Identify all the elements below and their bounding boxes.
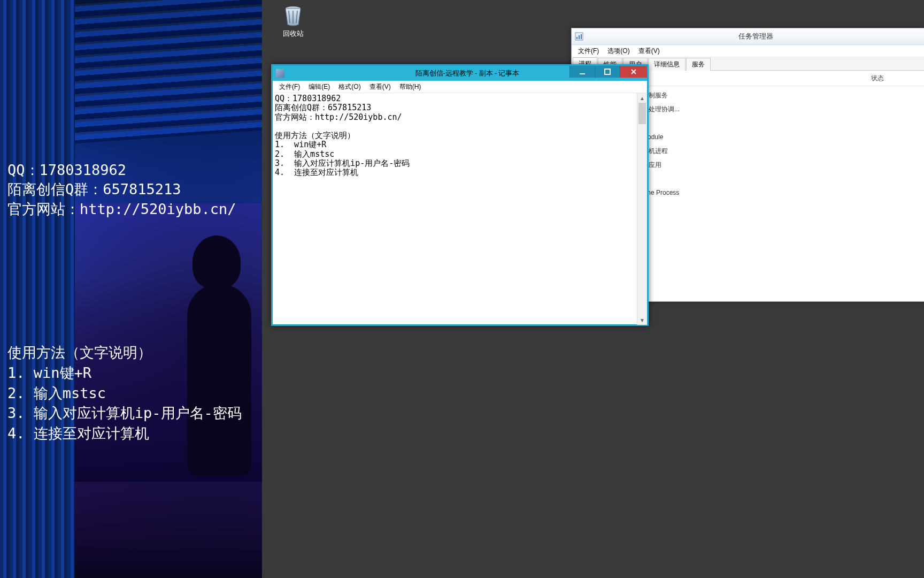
- svg-rect-2: [576, 37, 578, 39]
- overlay-line: 官方网站：http://520iybb.cn/: [7, 200, 253, 219]
- taskmgr-menu-1[interactable]: 选项(O): [603, 45, 634, 57]
- svg-rect-3: [579, 35, 580, 39]
- taskmgr-tab-3[interactable]: 详细信息: [648, 58, 686, 71]
- notepad-icon: [276, 69, 284, 78]
- taskmgr-icon: [575, 32, 583, 41]
- taskmgr-title: 任务管理器: [587, 32, 924, 41]
- overlay-line: 4. 连接至对应计算机: [7, 423, 253, 444]
- notepad-menu-2[interactable]: 格式(O): [334, 81, 365, 93]
- scroll-up-icon[interactable]: ▲: [637, 93, 647, 103]
- trash-icon: [281, 3, 305, 27]
- overlay-line: 陌离创信Q群：657815213: [7, 180, 253, 199]
- taskmgr-tab-4[interactable]: 服务: [686, 58, 711, 71]
- notepad-menubar: 文件(F)编辑(E)格式(O)查看(V)帮助(H): [273, 81, 647, 93]
- overlay-contact-block: QQ：1780318962陌离创信Q群：657815213官方网站：http:/…: [7, 161, 253, 219]
- overlay-instructions-block: 使用方法（文字说明）1. win键+R2. 输入mstsc3. 输入对应计算机i…: [7, 343, 253, 444]
- overlay-line: 1. win键+R: [7, 363, 253, 383]
- taskmgr-menu-0[interactable]: 文件(F): [574, 45, 603, 57]
- notepad-titlebar[interactable]: 陌离创信-远程教学 - 副本 - 记事本: [273, 66, 647, 81]
- svg-rect-5: [580, 73, 585, 74]
- minimize-button[interactable]: [569, 66, 595, 78]
- recycle-bin-icon[interactable]: 回收站: [273, 3, 313, 39]
- curtain-decor: [0, 0, 75, 578]
- left-art-panel: QQ：1780318962陌离创信Q群：657815213官方网站：http:/…: [0, 0, 262, 578]
- desktop[interactable]: 回收站 任务管理器 文件(F)选项(O)查看(V) 进程性能用户详细信息服务 名…: [262, 0, 924, 578]
- taskmgr-titlebar[interactable]: 任务管理器: [572, 28, 924, 45]
- notepad-menu-3[interactable]: 查看(V): [365, 81, 395, 93]
- svg-rect-4: [581, 34, 582, 39]
- overlay-line: 3. 输入对应计算机ip-用户名-密码: [7, 403, 253, 423]
- taskmgr-menubar: 文件(F)选项(O)查看(V): [572, 45, 924, 57]
- overlay-line: QQ：1780318962: [7, 161, 253, 180]
- taskmgr-menu-2[interactable]: 查看(V): [634, 45, 664, 57]
- notepad-menu-1[interactable]: 编辑(E): [304, 81, 334, 93]
- scroll-thumb[interactable]: [638, 103, 646, 124]
- svg-rect-6: [605, 69, 610, 74]
- maximize-button[interactable]: [595, 66, 620, 78]
- scroll-down-icon[interactable]: ▼: [637, 315, 647, 325]
- close-button[interactable]: [620, 66, 647, 78]
- notepad-scrollbar[interactable]: ▲ ▼: [637, 93, 647, 325]
- overlay-line: 2. 输入mstsc: [7, 383, 253, 404]
- recycle-bin-label: 回收站: [273, 29, 313, 39]
- overlay-line: 使用方法（文字说明）: [7, 343, 253, 363]
- notepad-window[interactable]: 陌离创信-远程教学 - 副本 - 记事本 文件(F)编辑(E)格式(O)查看(V…: [271, 64, 649, 326]
- taskmgr-col-status[interactable]: 状态: [871, 74, 924, 83]
- notepad-menu-4[interactable]: 帮助(H): [395, 81, 426, 93]
- notepad-menu-0[interactable]: 文件(F): [275, 81, 304, 93]
- notepad-text-area[interactable]: QQ：1780318962 陌离创信Q群：657815213 官方网站：http…: [273, 93, 637, 325]
